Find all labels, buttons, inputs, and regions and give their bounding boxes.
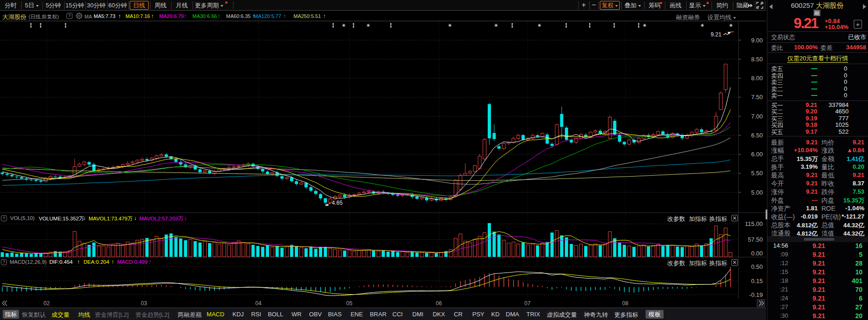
svg-text:-0.19: -0.19 — [749, 291, 763, 298]
svg-text:6.00: 6.00 — [751, 151, 763, 158]
svg-text:6.50: 6.50 — [751, 132, 763, 139]
svg-text:9.00: 9.00 — [751, 37, 763, 44]
svg-text:0.50: 0.50 — [751, 263, 763, 270]
svg-text:8.50: 8.50 — [751, 56, 763, 63]
svg-text:0.15: 0.15 — [751, 278, 763, 284]
svg-text:7.50: 7.50 — [751, 94, 763, 101]
svg-text:8.00: 8.00 — [751, 75, 763, 82]
svg-text:115.00: 115.00 — [745, 220, 763, 227]
svg-text:0.00: 0.00 — [751, 250, 763, 257]
svg-text:9.21: 9.21 — [711, 31, 722, 38]
svg-text:5.00: 5.00 — [751, 189, 763, 196]
svg-text:7.00: 7.00 — [751, 113, 763, 120]
svg-text:57.50: 57.50 — [748, 236, 763, 243]
svg-text:5.50: 5.50 — [751, 170, 763, 177]
svg-text:4.65: 4.65 — [332, 200, 343, 206]
